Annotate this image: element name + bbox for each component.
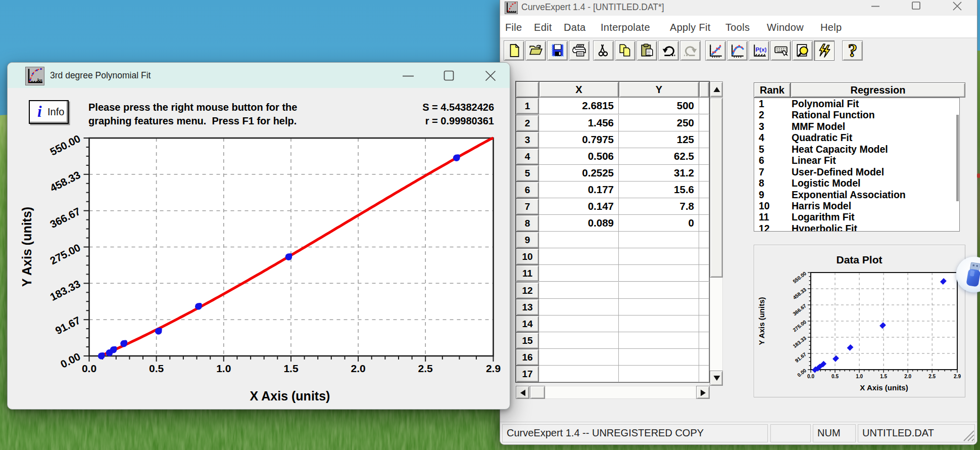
svg-text:0.00: 0.00 [796, 368, 807, 378]
svg-text:2.9: 2.9 [954, 374, 961, 379]
svg-text:1.0: 1.0 [856, 374, 863, 379]
svg-text:0.0: 0.0 [807, 374, 814, 379]
svg-text:Y Axis (units): Y Axis (units) [20, 207, 34, 287]
svg-text:1.5: 1.5 [283, 363, 299, 374]
svg-text:550.00: 550.00 [48, 132, 82, 158]
svg-text:275.00: 275.00 [792, 319, 807, 333]
svg-text:Data Plot: Data Plot [836, 254, 882, 265]
svg-text:183.33: 183.33 [48, 278, 82, 303]
svg-text:0.5: 0.5 [831, 374, 839, 379]
svg-text:2.5: 2.5 [928, 374, 936, 379]
svg-text:0.0: 0.0 [82, 363, 96, 374]
svg-text:458.33: 458.33 [48, 169, 82, 194]
svg-text:91.67: 91.67 [54, 314, 82, 336]
svg-text:366.67: 366.67 [48, 205, 82, 231]
svg-text:550.00: 550.00 [792, 271, 807, 285]
svg-text:0.00: 0.00 [59, 350, 82, 370]
svg-text:Y Axis (units): Y Axis (units) [757, 297, 766, 345]
svg-text:1.5: 1.5 [880, 374, 887, 379]
svg-text:366.67: 366.67 [792, 303, 807, 317]
svg-text:X Axis (units): X Axis (units) [250, 389, 330, 403]
svg-text:458.33: 458.33 [792, 287, 807, 301]
svg-text:91.67: 91.67 [794, 351, 808, 364]
svg-text:183.33: 183.33 [792, 335, 807, 349]
svg-text:1.0: 1.0 [216, 363, 231, 374]
svg-text:2.5: 2.5 [418, 363, 433, 374]
svg-text:2.9: 2.9 [486, 363, 501, 374]
svg-text:X Axis (units): X Axis (units) [860, 383, 908, 392]
svg-text:2.0: 2.0 [351, 363, 365, 374]
svg-text:2.0: 2.0 [904, 374, 911, 379]
svg-text:275.00: 275.00 [48, 242, 82, 267]
svg-text:0.5: 0.5 [149, 363, 164, 374]
